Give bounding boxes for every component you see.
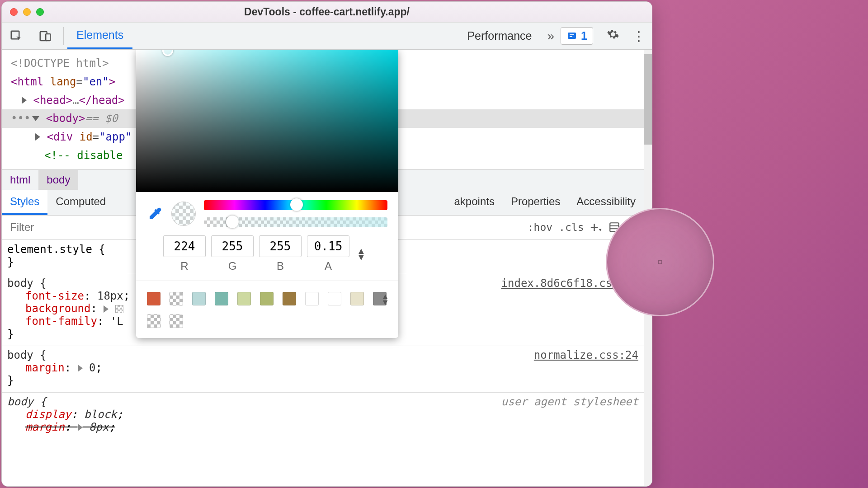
color-picker: R G B A ▲▼ xyxy=(136,50,398,338)
palette-swatch[interactable] xyxy=(147,292,160,305)
settings-icon[interactable] xyxy=(600,28,626,44)
subtab-styles[interactable]: Styles xyxy=(2,190,47,215)
device-toolbar-icon[interactable] xyxy=(35,26,55,46)
eyedropper-icon[interactable] xyxy=(147,206,163,222)
b-input[interactable] xyxy=(259,235,302,257)
panel-tabs: Elements xyxy=(67,23,132,49)
rule-body-2: body { normalize.css:24 margin: 0; } xyxy=(7,349,638,387)
color-value-inputs: R G B A ▲▼ xyxy=(136,235,398,276)
hue-slider[interactable] xyxy=(204,200,387,210)
svg-rect-2 xyxy=(46,34,50,41)
r-input[interactable] xyxy=(163,235,206,257)
hue-thumb[interactable] xyxy=(290,198,303,211)
format-switch-icon[interactable]: ▲▼ xyxy=(357,248,366,260)
more-tabs-icon[interactable]: » xyxy=(541,29,561,43)
g-input[interactable] xyxy=(211,235,254,257)
saturation-value-area[interactable] xyxy=(136,50,398,192)
palette-swatch[interactable] xyxy=(305,292,319,305)
scroll-thumb[interactable] xyxy=(644,54,652,145)
crumb-html[interactable]: html xyxy=(2,170,38,190)
subtab-breakpoints[interactable]: akpoints xyxy=(446,190,503,215)
svg-rect-3 xyxy=(568,33,576,39)
titlebar: DevTools - coffee-cart.netlify.app/ xyxy=(2,2,652,23)
palette-swatch[interactable] xyxy=(170,292,183,305)
tab-elements[interactable]: Elements xyxy=(67,23,132,49)
palette-swatch[interactable] xyxy=(237,292,251,305)
alpha-slider[interactable] xyxy=(204,217,387,227)
color-preview-swatch xyxy=(171,202,196,226)
rule-body-ua: body { user agent stylesheet display: bl… xyxy=(7,395,638,433)
subtab-computed[interactable]: Computed xyxy=(47,190,114,215)
subtab-properties[interactable]: Properties xyxy=(503,190,568,215)
collapse-icon[interactable] xyxy=(32,116,39,121)
palette-swatch[interactable] xyxy=(328,292,341,305)
a-input[interactable] xyxy=(307,235,349,257)
eyedropper-magnifier[interactable] xyxy=(606,208,714,316)
expand-icon[interactable] xyxy=(35,133,40,141)
color-swatch-icon[interactable] xyxy=(115,305,123,313)
palette-swatches: ▲▼ xyxy=(136,286,398,338)
palette-swatch[interactable] xyxy=(147,314,160,328)
main-panel: <!DOCTYPE html> <html lang="en"> <head>…… xyxy=(2,50,644,486)
window-title: DevTools - coffee-cart.netlify.app/ xyxy=(2,6,652,18)
source-link[interactable]: normalize.css:24 xyxy=(534,349,638,361)
palette-swatch[interactable] xyxy=(215,292,228,305)
ua-stylesheet-label: user agent stylesheet xyxy=(501,395,638,408)
palette-swatch[interactable] xyxy=(283,292,296,305)
palette-switch-icon[interactable]: ▲▼ xyxy=(381,294,389,305)
issues-button[interactable]: 1 xyxy=(561,27,593,45)
devtools-window: DevTools - coffee-cart.netlify.app/ Elem… xyxy=(1,1,652,487)
cls-toggle[interactable]: .cls xyxy=(559,221,584,233)
new-rule-button[interactable]: +▾ xyxy=(590,219,603,235)
panel-content: <!DOCTYPE html> <html lang="en"> <head>…… xyxy=(2,50,652,486)
issues-count: 1 xyxy=(581,29,587,42)
inspect-element-icon[interactable] xyxy=(6,26,26,46)
alpha-thumb[interactable] xyxy=(226,216,239,228)
crumb-body[interactable]: body xyxy=(38,170,78,190)
subtab-accessibility[interactable]: Accessibility xyxy=(568,190,644,215)
expand-icon[interactable] xyxy=(22,97,27,104)
palette-swatch[interactable] xyxy=(170,314,183,328)
palette-swatch[interactable] xyxy=(192,292,206,305)
palette-swatch[interactable] xyxy=(350,292,364,305)
hov-toggle[interactable]: :hov xyxy=(528,221,552,233)
sv-cursor[interactable] xyxy=(162,50,173,56)
palette-swatch[interactable] xyxy=(260,292,274,305)
magnifier-target-pixel xyxy=(658,260,662,264)
main-toolbar: Elements Performance » 1 ⋮ xyxy=(2,23,652,50)
tab-performance[interactable]: Performance xyxy=(458,29,541,42)
